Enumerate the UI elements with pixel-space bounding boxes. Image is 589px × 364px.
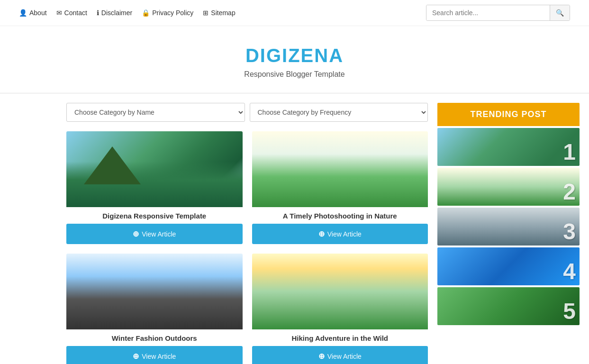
article-image-3 bbox=[66, 254, 243, 329]
hero-section: DIGIZENA Responsive Blogger Template bbox=[0, 26, 589, 93]
plus-icon: ⊕ bbox=[318, 229, 325, 238]
article-card: Hiking Adventure in the Wild ⊕ View Arti… bbox=[252, 254, 428, 364]
trending-number-5: 5 bbox=[563, 300, 576, 323]
nav-contact-label: Contact bbox=[64, 9, 87, 17]
info-icon: ℹ bbox=[97, 9, 99, 17]
plus-icon: ⊕ bbox=[133, 352, 139, 361]
article-image-1 bbox=[66, 131, 243, 207]
plus-icon: ⊕ bbox=[133, 229, 139, 238]
view-article-label-4: View Article bbox=[327, 353, 362, 360]
nav-privacy[interactable]: 🔒 Privacy Policy bbox=[142, 9, 193, 17]
trending-list: 1 2 3 4 5 bbox=[437, 128, 580, 325]
top-navigation: 👤 About ✉ Contact ℹ Disclaimer 🔒 Privacy… bbox=[0, 0, 589, 26]
view-article-label-3: View Article bbox=[142, 353, 176, 360]
category-by-frequency-select[interactable]: Choose Category by Frequency bbox=[250, 103, 428, 122]
envelope-icon: ✉ bbox=[56, 9, 62, 17]
nav-sitemap-label: Sitemap bbox=[211, 9, 235, 17]
trending-number-1: 1 bbox=[563, 141, 576, 164]
nav-disclaimer[interactable]: ℹ Disclaimer bbox=[97, 9, 132, 17]
trending-number-3: 3 bbox=[563, 220, 576, 243]
trending-item-1[interactable]: 1 bbox=[437, 128, 580, 166]
article-title-4: Hiking Adventure in the Wild bbox=[252, 329, 428, 346]
trending-item-5[interactable]: 5 bbox=[437, 287, 580, 325]
trending-item-2[interactable]: 2 bbox=[437, 168, 580, 206]
view-article-button-2[interactable]: ⊕ View Article bbox=[252, 224, 428, 244]
article-image-4 bbox=[252, 254, 428, 329]
nav-links: 👤 About ✉ Contact ℹ Disclaimer 🔒 Privacy… bbox=[19, 9, 236, 17]
article-card: A Timely Photoshooting in Nature ⊕ View … bbox=[252, 131, 428, 244]
category-by-name-select[interactable]: Choose Category by Name bbox=[66, 103, 245, 122]
article-card: Digizena Responsive Template ⊕ View Arti… bbox=[66, 131, 243, 244]
search-button[interactable]: 🔍 bbox=[550, 5, 570, 20]
trending-header: TRENDING POST bbox=[437, 103, 580, 126]
article-card: Winter Fashion Outdoors ⊕ View Article bbox=[66, 254, 243, 364]
sidebar: TRENDING POST 1 2 3 4 5 bbox=[437, 103, 580, 364]
search-icon: 🔍 bbox=[556, 9, 564, 17]
dropdowns: Choose Category by Name Choose Category … bbox=[66, 103, 428, 122]
article-image-2 bbox=[252, 131, 428, 207]
view-article-button-3[interactable]: ⊕ View Article bbox=[66, 346, 243, 364]
user-icon: 👤 bbox=[19, 9, 27, 17]
grid-icon: ⊞ bbox=[203, 9, 208, 17]
nav-privacy-label: Privacy Policy bbox=[152, 9, 193, 17]
article-title-3: Winter Fashion Outdoors bbox=[66, 329, 243, 346]
trending-number-4: 4 bbox=[563, 260, 576, 283]
articles-grid: Digizena Responsive Template ⊕ View Arti… bbox=[66, 131, 428, 364]
view-article-button-4[interactable]: ⊕ View Article bbox=[252, 346, 428, 364]
nav-sitemap[interactable]: ⊞ Sitemap bbox=[203, 9, 235, 17]
trending-number-2: 2 bbox=[563, 181, 576, 203]
main-layout: Choose Category by Name Choose Category … bbox=[0, 93, 589, 364]
search-input[interactable] bbox=[426, 5, 550, 20]
nav-about-label: About bbox=[29, 9, 47, 17]
nav-about[interactable]: 👤 About bbox=[19, 9, 47, 17]
site-title: DIGIZENA bbox=[9, 45, 580, 66]
article-title-1: Digizena Responsive Template bbox=[66, 207, 243, 224]
plus-icon: ⊕ bbox=[318, 352, 325, 361]
content-area: Choose Category by Name Choose Category … bbox=[66, 103, 428, 364]
nav-disclaimer-label: Disclaimer bbox=[101, 9, 132, 17]
article-title-2: A Timely Photoshooting in Nature bbox=[252, 207, 428, 224]
trending-item-4[interactable]: 4 bbox=[437, 247, 580, 285]
site-subtitle: Responsive Blogger Template bbox=[9, 70, 580, 79]
view-article-label-2: View Article bbox=[327, 230, 362, 238]
nav-contact[interactable]: ✉ Contact bbox=[56, 9, 87, 17]
trending-item-3[interactable]: 3 bbox=[437, 208, 580, 246]
view-article-label-1: View Article bbox=[142, 230, 176, 238]
search-box: 🔍 bbox=[426, 5, 570, 21]
view-article-button-1[interactable]: ⊕ View Article bbox=[66, 224, 243, 244]
shield-icon: 🔒 bbox=[142, 9, 150, 17]
